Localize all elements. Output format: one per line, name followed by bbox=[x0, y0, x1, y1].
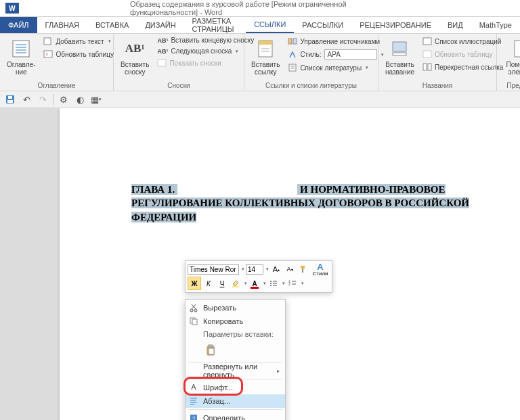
tab-design[interactable]: ДИЗАЙН bbox=[137, 17, 183, 33]
document-heading[interactable]: ГЛАВА 1. ПОНЯТИЕ, СУЩНОСТЬ И НОРМАТИВНО-… bbox=[131, 183, 511, 224]
manage-sources-button[interactable]: Управление источниками bbox=[285, 35, 386, 47]
insert-caption-button[interactable]: Вставить название bbox=[383, 35, 417, 78]
show-footnotes-button: Показать сноски bbox=[154, 57, 257, 69]
svg-point-44 bbox=[194, 309, 197, 312]
menu-define[interactable]: ? Определить bbox=[186, 411, 285, 420]
footnote-icon: AB¹ bbox=[124, 38, 146, 60]
styles-button[interactable]: AСтили bbox=[311, 263, 330, 275]
update-icon bbox=[43, 49, 53, 59]
citation-icon bbox=[255, 38, 276, 60]
insert-citation-button[interactable]: Вставить ссылку bbox=[248, 35, 282, 78]
tab-home[interactable]: ГЛАВНАЯ bbox=[37, 17, 87, 33]
menu-cut[interactable]: Вырезать bbox=[186, 301, 285, 314]
svg-rect-6 bbox=[44, 51, 52, 57]
show-notes-icon bbox=[157, 58, 167, 68]
font-color-button[interactable]: A bbox=[248, 277, 261, 289]
svg-rect-28 bbox=[7, 100, 13, 103]
grow-font-button[interactable]: A▴ bbox=[270, 263, 282, 275]
svg-point-33 bbox=[270, 281, 272, 282]
svg-point-35 bbox=[270, 285, 272, 286]
toc-button[interactable]: Оглавле- ние bbox=[4, 35, 38, 78]
document-area[interactable]: ГЛАВА 1. ПОНЯТИЕ, СУЩНОСТЬ И НОРМАТИВНО-… bbox=[0, 108, 520, 420]
svg-rect-14 bbox=[289, 64, 296, 71]
more-button[interactable]: ▦▾ bbox=[90, 93, 102, 106]
tab-references[interactable]: ССЫЛКИ bbox=[246, 17, 294, 33]
insert-endnote-button[interactable]: AВ¹ Вставить концевую сноску bbox=[154, 35, 257, 45]
format-painter-button[interactable] bbox=[297, 263, 309, 275]
menu-font[interactable]: A Шрифт... bbox=[186, 381, 285, 394]
bibliography-button[interactable]: Список литературы▾ bbox=[285, 62, 386, 74]
svg-rect-51 bbox=[209, 348, 214, 354]
underline-button[interactable]: Ч bbox=[216, 277, 228, 289]
numbering-button[interactable]: 12 bbox=[286, 277, 299, 289]
group-captions: Вставить название Список иллюстраций Обн… bbox=[378, 34, 497, 91]
settings-button[interactable]: ⚙ bbox=[58, 93, 70, 106]
update-figures-icon bbox=[422, 49, 432, 59]
bullets-icon bbox=[269, 279, 278, 288]
menu-paste-header: Параметры вставки: bbox=[186, 328, 285, 340]
mark-entry-button[interactable]: + Пометить элемент bbox=[501, 35, 520, 78]
svg-rect-9 bbox=[259, 41, 272, 45]
chevron-down-icon[interactable]: ▾ bbox=[266, 266, 269, 272]
italic-button[interactable]: К bbox=[202, 277, 215, 289]
tab-review[interactable]: РЕЦЕНЗИРОВАНИЕ bbox=[351, 17, 439, 33]
font-family-select[interactable] bbox=[188, 264, 239, 275]
chevron-down-icon: ▾ bbox=[236, 49, 238, 54]
separator bbox=[53, 94, 53, 105]
clipboard-icon bbox=[205, 344, 217, 356]
tab-file[interactable]: ФАЙЛ bbox=[0, 17, 37, 33]
redo-button: ↷ bbox=[37, 93, 49, 106]
mark-entry-label: Пометить элемент bbox=[504, 61, 520, 76]
contrast-button[interactable]: ◐ bbox=[74, 93, 86, 106]
manage-sources-icon bbox=[288, 37, 297, 46]
highlight-button[interactable] bbox=[230, 277, 242, 289]
menu-paragraph[interactable]: Абзац... bbox=[186, 394, 285, 408]
citation-style-select[interactable]: APA bbox=[324, 49, 377, 60]
chevron-down-icon[interactable]: ▾ bbox=[242, 266, 244, 272]
svg-rect-31 bbox=[302, 269, 303, 273]
menu-expand-collapse[interactable]: Развернуть или свернуть ▸ bbox=[186, 364, 285, 377]
save-icon bbox=[5, 95, 15, 104]
add-text-button[interactable]: Добавить текст▾ bbox=[41, 35, 116, 47]
group-toc: Оглавле- ние Добавить текст▾ Обновить та… bbox=[0, 34, 114, 91]
svg-text:?: ? bbox=[192, 415, 196, 420]
group-citations-label: Ссылки и списки литературы bbox=[244, 82, 378, 89]
tab-insert[interactable]: ВСТАВКА bbox=[87, 17, 137, 33]
numbering-icon: 12 bbox=[288, 279, 297, 288]
chevron-down-icon[interactable]: ▾ bbox=[282, 281, 285, 286]
svg-rect-23 bbox=[515, 41, 520, 57]
chevron-down-icon[interactable]: ▾ bbox=[301, 281, 304, 286]
chevron-down-icon[interactable]: ▾ bbox=[263, 281, 266, 286]
mini-toolbar: ▾ ▾ A▴ A▾ AСтили Ж К Ч ▾ A▾ ▾ 12▾ bbox=[185, 260, 332, 293]
bullets-button[interactable] bbox=[267, 277, 280, 289]
highlight-icon bbox=[231, 279, 240, 288]
tab-view[interactable]: ВИД bbox=[439, 17, 471, 33]
cut-icon bbox=[189, 303, 198, 312]
tab-layout[interactable]: РАЗМЕТКА СТРАНИЦЫ bbox=[184, 17, 246, 33]
separator bbox=[188, 409, 282, 410]
table-of-figures-button[interactable]: Список иллюстраций bbox=[420, 35, 506, 47]
cross-reference-button[interactable]: Перекрестная ссылка bbox=[420, 61, 506, 73]
shrink-font-button[interactable]: A▾ bbox=[284, 263, 296, 275]
group-citations: Вставить ссылку Управление источниками С… bbox=[244, 34, 378, 91]
paste-options bbox=[186, 340, 285, 360]
svg-rect-50 bbox=[209, 345, 213, 347]
define-icon: ? bbox=[189, 413, 198, 420]
svg-rect-17 bbox=[393, 42, 406, 51]
tab-mailings[interactable]: РАССЫЛКИ bbox=[294, 17, 351, 33]
svg-text:2: 2 bbox=[288, 282, 290, 286]
tab-mathtype[interactable]: MathType bbox=[471, 17, 520, 33]
undo-button[interactable]: ↶ bbox=[20, 93, 32, 106]
caption-icon bbox=[389, 38, 410, 60]
insert-footnote-button[interactable]: AB¹ Вставить сноску bbox=[118, 35, 152, 78]
svg-rect-21 bbox=[423, 64, 427, 70]
chevron-down-icon[interactable]: ▾ bbox=[244, 281, 247, 286]
next-footnote-button[interactable]: АВ¹ Следующая сноска▾ bbox=[154, 46, 257, 56]
bold-button[interactable]: Ж bbox=[188, 277, 201, 290]
menu-copy[interactable]: Копировать bbox=[186, 314, 285, 328]
bibliography-icon bbox=[288, 63, 297, 72]
paste-keep-source-button[interactable] bbox=[203, 342, 219, 358]
update-toc-button[interactable]: Обновить таблицу bbox=[41, 48, 116, 60]
save-button[interactable] bbox=[4, 93, 16, 106]
font-size-select[interactable] bbox=[246, 264, 263, 275]
